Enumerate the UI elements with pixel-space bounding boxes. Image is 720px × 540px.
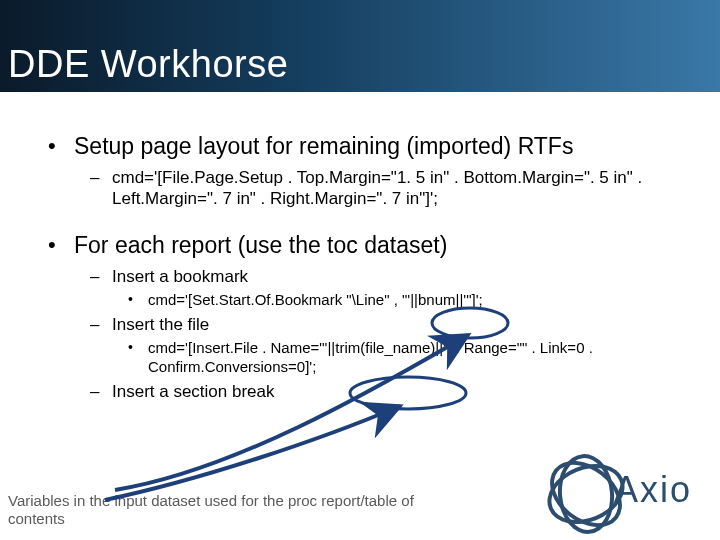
logo-swirl-icon (546, 458, 620, 522)
detail-bullet: cmd='[Set.Start.Of.Bookmark "\Line" , "'… (148, 291, 680, 310)
sub-bullet: cmd='[File.Page.Setup . Top.Margin="1. 5… (112, 167, 680, 210)
sub-bullet-text: cmd='[File.Page.Setup . Top.Margin="1. 5… (112, 168, 642, 208)
sub-bullet: Insert a bookmark cmd='[Set.Start.Of.Boo… (112, 266, 680, 310)
slide-body: Setup page layout for remaining (importe… (0, 110, 720, 402)
sub-bullet-text: Insert a section break (112, 382, 275, 401)
sub-bullet: Insert the file cmd='[Insert.File . Name… (112, 314, 680, 377)
detail-text: cmd='[Set.Start.Of.Bookmark "\Line" , "'… (148, 291, 483, 308)
axio-logo: Axio (546, 458, 692, 522)
bullet-text: For each report (use the toc dataset) (74, 232, 447, 258)
bullet-item: For each report (use the toc dataset) In… (74, 231, 680, 402)
bullet-item: Setup page layout for remaining (importe… (74, 132, 680, 209)
slide-title: DDE Workhorse (0, 43, 288, 92)
sub-bullet: Insert a section break (112, 381, 680, 402)
sub-bullet-text: Insert the file (112, 315, 209, 334)
sub-bullet-text: Insert a bookmark (112, 267, 248, 286)
detail-bullet: cmd='[Insert.File . Name="'||trim(file_n… (148, 339, 680, 377)
detail-text: cmd='[Insert.File . Name="'||trim(file_n… (148, 339, 593, 375)
variables-caption: Variables in the input dataset used for … (8, 492, 448, 528)
bullet-text: Setup page layout for remaining (importe… (74, 133, 573, 159)
title-band: DDE Workhorse (0, 0, 720, 92)
logo-text: Axio (614, 469, 692, 511)
